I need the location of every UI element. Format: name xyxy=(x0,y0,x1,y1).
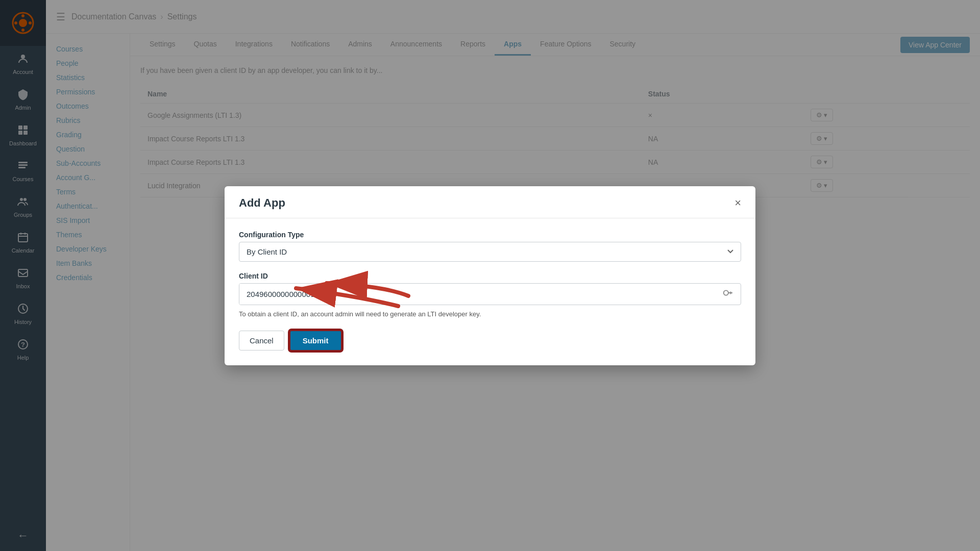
config-type-label: Configuration Type xyxy=(239,231,741,239)
modal-overlay[interactable]: Add App × Configuration Type By Client I… xyxy=(0,0,980,551)
client-id-row xyxy=(239,283,741,305)
submit-button[interactable]: Submit xyxy=(289,330,342,351)
cancel-button[interactable]: Cancel xyxy=(239,331,284,350)
client-id-label: Client ID xyxy=(239,272,741,280)
client-id-hint: To obtain a client ID, an account admin … xyxy=(239,310,741,318)
modal-footer: Cancel Submit xyxy=(239,330,741,351)
modal-title: Add App xyxy=(239,196,285,210)
config-type-select[interactable]: By Client ID By URL By XML By LTI 2 Regi… xyxy=(239,242,741,262)
modal-close-button[interactable]: × xyxy=(734,197,741,209)
modal-header: Add App × xyxy=(225,186,755,218)
modal-body: Configuration Type By Client ID By URL B… xyxy=(225,218,755,365)
svg-point-21 xyxy=(724,290,728,295)
add-app-modal: Add App × Configuration Type By Client I… xyxy=(225,186,755,365)
client-id-input[interactable] xyxy=(239,284,715,305)
key-icon xyxy=(715,287,741,301)
